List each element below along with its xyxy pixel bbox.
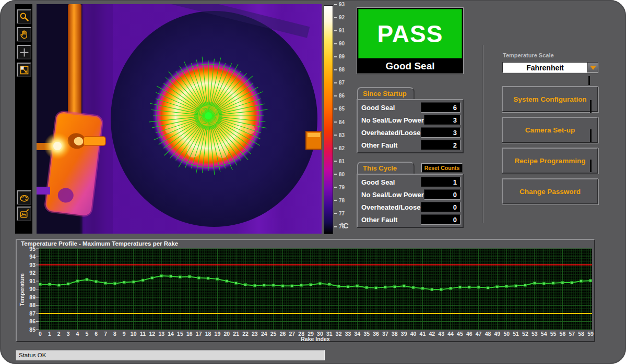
resize-icon [19, 65, 30, 76]
count-value: 0 [424, 189, 460, 200]
nav-button-change-password[interactable]: Change Password [502, 178, 598, 204]
count-value: 0 [421, 202, 460, 212]
svg-text:55: 55 [550, 331, 557, 337]
svg-text:52: 52 [522, 331, 528, 337]
result-indicator: PASS Good Seal [357, 7, 464, 74]
magnifier-icon [19, 11, 30, 22]
colorbar-tick: 91 [334, 28, 345, 33]
count-row: Other Fault2 [360, 139, 460, 151]
count-row: Overheated/Loose3 [360, 127, 460, 138]
svg-text:0: 0 [39, 331, 42, 337]
svg-text:14: 14 [168, 331, 174, 337]
svg-text:16: 16 [186, 331, 193, 337]
pan-tool-button[interactable] [17, 27, 31, 42]
count-row: Overheated/Loose0 [360, 201, 460, 213]
svg-text:18: 18 [205, 331, 211, 337]
svg-text:93: 93 [29, 262, 36, 268]
nav-button-camera-set-up[interactable]: Camera Set-up [502, 117, 598, 143]
zoom-tool-button[interactable] [17, 9, 31, 24]
colorbar-tick: 79 [334, 185, 345, 190]
this-cycle-title: This Cycle [363, 164, 397, 172]
svg-text:53: 53 [531, 331, 538, 337]
app-window: 939291908988878685848382818079787776 °C … [0, 0, 626, 364]
svg-text:48: 48 [485, 331, 491, 337]
result-detail: Good Seal [358, 59, 462, 72]
nav-button-system-configuration[interactable]: System Configuration [502, 86, 598, 112]
count-value: 1 [421, 177, 460, 187]
count-label: Other Fault [360, 216, 397, 224]
temperature-profile-chart: 9594939291908988878685012345678910111213… [16, 245, 595, 342]
svg-text:11: 11 [140, 331, 146, 337]
temperature-scale-value: Fahrenheit [503, 63, 587, 72]
svg-text:86: 86 [29, 318, 36, 324]
colorbar-tick: 83 [334, 132, 345, 138]
colorbar-tick: 80 [334, 172, 345, 177]
temperature-colorbar [324, 5, 333, 234]
svg-text:8: 8 [113, 331, 116, 337]
temperature-scale-label: Temperature Scale [503, 52, 554, 58]
svg-text:85: 85 [29, 326, 36, 333]
thermal-image [37, 4, 322, 234]
colorbar-tick: 87 [334, 80, 345, 86]
svg-text:21: 21 [233, 331, 239, 337]
this-cycle-panel: Good Seal1No Seal/Low Power0Overheated/L… [357, 174, 464, 228]
palette-tool-button[interactable] [17, 190, 31, 205]
colorbar-tick: 90 [334, 41, 345, 46]
svg-text:47: 47 [476, 331, 482, 337]
svg-text:95: 95 [29, 246, 36, 252]
svg-text:42: 42 [429, 331, 435, 337]
svg-text:20: 20 [223, 331, 230, 337]
colorbar-unit: °C [340, 222, 349, 230]
status-bar: Status OK [16, 350, 325, 360]
colorbar-tick: 86 [334, 93, 345, 99]
svg-text:45: 45 [457, 331, 463, 337]
svg-text:1: 1 [48, 331, 51, 337]
svg-text:59: 59 [587, 331, 594, 337]
chevron-down-icon[interactable] [587, 63, 598, 72]
svg-text:2: 2 [57, 331, 61, 337]
colorbar-tick: 82 [334, 145, 345, 151]
svg-text:49: 49 [494, 331, 501, 337]
count-row: Good Seal6 [360, 102, 460, 113]
svg-text:58: 58 [578, 331, 584, 337]
svg-text:89: 89 [29, 294, 36, 300]
count-value: 6 [421, 102, 460, 113]
vertical-divider [482, 45, 483, 223]
resize-tool-button[interactable] [17, 63, 31, 77]
svg-text:9: 9 [123, 331, 126, 337]
result-status: PASS [358, 9, 462, 58]
thermal-camera-view[interactable] [37, 4, 322, 234]
svg-text:92: 92 [29, 270, 36, 276]
colorbar-tick: 88 [334, 67, 345, 72]
svg-text:40: 40 [410, 331, 417, 337]
reset-counts-button[interactable]: Reset Counts [421, 163, 463, 173]
svg-text:13: 13 [158, 331, 164, 337]
count-label: No Seal/Low Power [360, 116, 424, 124]
colorbar-tick: 93 [334, 2, 345, 7]
svg-text:6: 6 [95, 331, 98, 337]
svg-text:90: 90 [29, 286, 36, 292]
svg-text:43: 43 [438, 331, 444, 337]
count-label: Overheated/Loose [360, 129, 420, 137]
svg-text:5: 5 [85, 331, 88, 337]
svg-text:10: 10 [131, 331, 137, 337]
svg-text:51: 51 [513, 331, 519, 337]
focus-mark [590, 100, 592, 113]
colorbar-tick: 89 [334, 54, 345, 59]
crosshair-tool-button[interactable] [17, 45, 31, 59]
svg-text:7: 7 [104, 331, 107, 337]
svg-text:88: 88 [29, 302, 36, 308]
nav-button-recipe-programming[interactable]: Recipe Programming [502, 148, 598, 174]
count-row: Other Fault0 [360, 214, 460, 225]
since-startup-tab: Since Startup [357, 87, 415, 99]
export-image-tool-button[interactable] [17, 207, 31, 221]
count-value: 3 [424, 115, 460, 125]
colorbar-tick: 85 [334, 106, 345, 112]
svg-text:87: 87 [29, 310, 36, 317]
svg-text:39: 39 [401, 331, 407, 337]
temperature-scale-dropdown[interactable]: Fahrenheit [502, 62, 598, 73]
count-row: No Seal/Low Power0 [360, 189, 460, 200]
colorbar-tick: 78 [334, 198, 345, 203]
svg-text:94: 94 [29, 253, 36, 260]
svg-text:91: 91 [29, 278, 36, 284]
